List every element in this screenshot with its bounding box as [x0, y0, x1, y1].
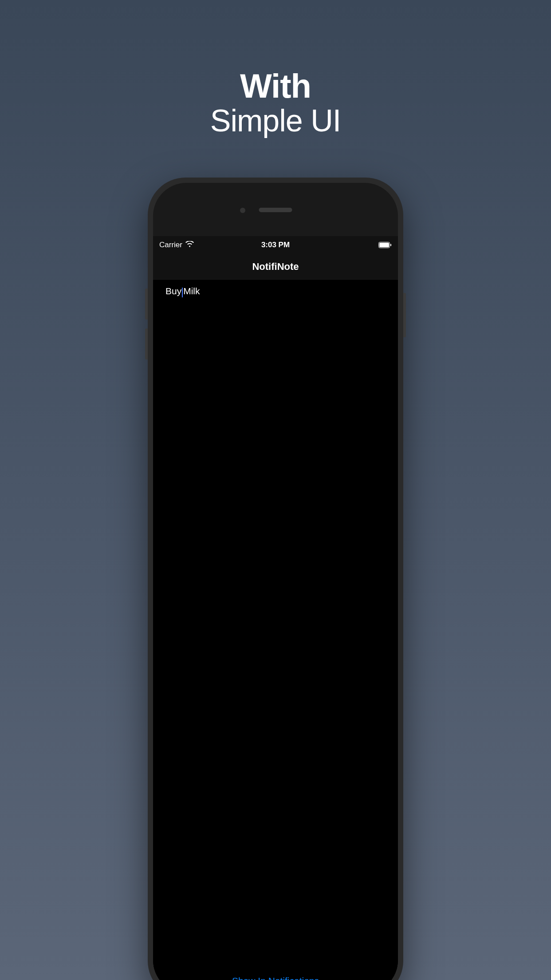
phone-inner: Carrier 3:03 PM	[153, 183, 398, 980]
bottom-toolbar: Show In Notifications	[153, 968, 398, 980]
svg-rect-1	[379, 243, 389, 247]
note-text-after: Milk	[183, 286, 200, 296]
text-cursor	[182, 288, 183, 297]
marketing-subtitle: Simple UI	[210, 103, 341, 138]
navigation-bar: NotifiNote	[153, 254, 398, 280]
phone-frame: Carrier 3:03 PM	[148, 178, 403, 980]
power-button	[403, 293, 406, 337]
status-bar-left: Carrier	[159, 241, 194, 249]
svg-rect-2	[390, 244, 391, 246]
marketing-header: With Simple UI	[210, 67, 341, 138]
note-text-before: Buy	[165, 286, 181, 296]
volume-down-button	[145, 328, 148, 360]
phone-speaker	[259, 208, 292, 212]
wifi-icon	[185, 241, 194, 249]
carrier-label: Carrier	[159, 241, 182, 249]
app-screen: Carrier 3:03 PM	[153, 236, 398, 980]
nav-title: NotifiNote	[252, 261, 299, 273]
marketing-title: With	[210, 67, 341, 105]
battery-icon	[378, 242, 392, 248]
phone-camera	[240, 208, 245, 213]
volume-up-button	[145, 288, 148, 320]
status-time: 3:03 PM	[261, 241, 290, 249]
show-in-notifications-button[interactable]: Show In Notifications	[232, 976, 319, 980]
note-text-area[interactable]: BuyMilk	[153, 280, 398, 968]
status-bar: Carrier 3:03 PM	[153, 236, 398, 254]
